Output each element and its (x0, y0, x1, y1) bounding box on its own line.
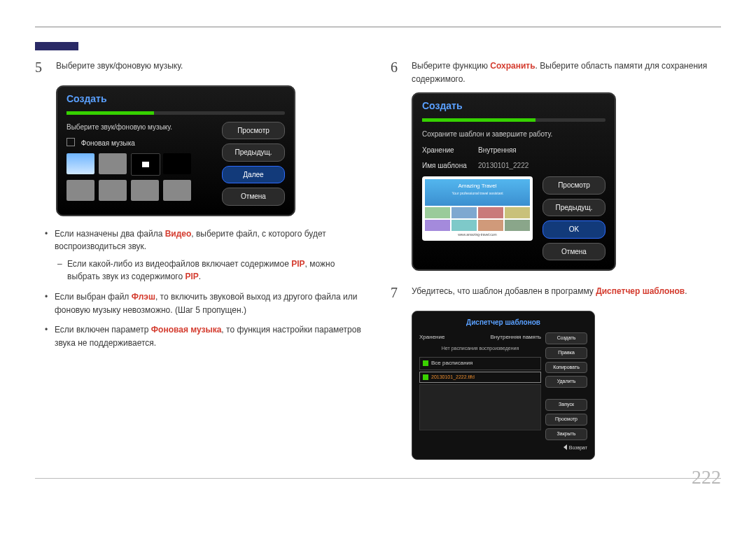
bullet-1-sub: Если какой-либо из видеофайлов включает … (55, 258, 365, 283)
panel5-title: Создать (57, 86, 295, 110)
tm-storage-label: Хранение (419, 333, 444, 342)
bullet-1a: Если какой-либо из видеофайлов включает … (67, 258, 365, 283)
panel-step6: Создать Сохраните шаблон и завершите раб… (412, 92, 616, 271)
template-name-value: 20130101_2222 (478, 160, 606, 171)
panel6-subtext: Сохраните шаблон и завершите работу. (422, 129, 606, 140)
col-right: 6 Выберите функцию Сохранить. Выберите о… (391, 57, 721, 460)
hl-bgm: Фоновая музыка (151, 325, 222, 335)
thumb[interactable] (66, 153, 94, 174)
tile (478, 220, 503, 231)
preview-brand: Amazing Travel (458, 183, 496, 189)
preview-url: www.amazing-travel.com (425, 232, 530, 238)
panel5-thumbs (66, 153, 214, 201)
preview-tagline: Your professional travel assistant (425, 191, 530, 197)
bgm-label: Фоновая музыка (81, 139, 135, 147)
t: Выберите функцию (412, 61, 490, 71)
hl-save: Сохранить (490, 61, 535, 71)
cancel-button[interactable]: Отмена (222, 188, 285, 206)
bullet-2: Если выбран файл Флэш, то включить звуко… (55, 290, 365, 316)
tm-all-schedules[interactable]: Все расписания (419, 357, 541, 370)
tm-create-button[interactable]: Создать (545, 332, 587, 344)
thumb[interactable] (163, 153, 191, 174)
tile (451, 207, 477, 218)
preview-card: Amazing Travel Your professional travel … (422, 176, 533, 241)
bgm-checkbox[interactable] (66, 138, 75, 146)
panel6-title: Создать (412, 93, 615, 117)
tile (478, 207, 503, 218)
header-accent (35, 42, 78, 50)
tile (425, 220, 450, 231)
step-5-text: Выберите звук/фоновую музыку. (56, 57, 365, 73)
col-left: 5 Выберите звук/фоновую музыку. Создать … (35, 57, 365, 460)
tm-edit-button[interactable]: Правка (545, 347, 587, 359)
t: Если назначены два файла (55, 229, 165, 239)
tm-storage-row: Хранение Внутренняя память (419, 332, 541, 342)
tm-preview-button[interactable]: Просмотр (545, 414, 587, 426)
panel5-progress (66, 111, 285, 115)
bullet-1: Если назначены два файла Видео, выберите… (55, 227, 365, 283)
tm-delete-button[interactable]: Удалить (545, 376, 587, 388)
thumb-selected[interactable] (131, 153, 160, 176)
hl-template-manager: Диспетчер шаблонов (596, 286, 685, 296)
tm-run-button[interactable]: Запуск (545, 399, 587, 411)
panel5-subtext: Выберите звук/фоновую музыку. (66, 122, 214, 133)
bgm-row: Фоновая музыка (66, 138, 214, 149)
thumb[interactable] (131, 180, 159, 201)
spacer (545, 391, 587, 396)
step-5-number: 5 (35, 57, 46, 78)
thumb[interactable] (66, 180, 94, 201)
rule-bottom (35, 478, 721, 479)
thumb[interactable] (99, 180, 127, 201)
tm-copy-button[interactable]: Копировать (545, 362, 587, 374)
return-icon (564, 444, 567, 450)
panel-template-manager: Диспетчер шаблонов Хранение Внутренняя п… (412, 311, 595, 459)
panel6-fields: Хранение Внутренняя Имя шаблона 20130101… (422, 145, 606, 171)
prev-button[interactable]: Предыдущ. (222, 143, 285, 162)
step-7: 7 Убедитесь, что шаблон добавлен в прогр… (391, 282, 721, 304)
panel5-body: Выберите звук/фоновую музыку. Фоновая му… (57, 115, 295, 216)
check-icon (423, 360, 428, 366)
panel6-progress (422, 118, 606, 122)
panel6-left: Amazing Travel Your professional travel … (422, 176, 534, 260)
panel6-progress-fill (422, 118, 536, 122)
tm-all-label: Все расписания (431, 359, 472, 367)
thumb[interactable] (99, 153, 127, 174)
cancel-button[interactable]: Отмена (542, 243, 606, 261)
tm-file-row[interactable]: 20130101_2222.tlfd (419, 372, 541, 384)
preview-tiles (425, 207, 530, 231)
preview-button[interactable]: Просмотр (222, 122, 285, 140)
next-button[interactable]: Далее (222, 166, 285, 184)
ok-button[interactable]: OK (542, 220, 606, 239)
page-number: 222 (692, 466, 721, 489)
tile (505, 207, 530, 218)
t: Если выбран файл (55, 292, 132, 302)
step-6: 6 Выберите функцию Сохранить. Выберите о… (391, 57, 721, 85)
step-6-number: 6 (391, 57, 402, 78)
preview-banner: Amazing Travel Your professional travel … (425, 179, 530, 206)
step-6-text: Выберите функцию Сохранить. Выберите обл… (412, 57, 721, 85)
step5-bullets: Если назначены два файла Видео, выберите… (35, 227, 365, 350)
rule-top (35, 27, 721, 27)
panel6-body: Amazing Travel Your professional travel … (412, 176, 615, 270)
t: Если какой-либо из видеофайлов включает … (67, 259, 291, 269)
t: Если включен параметр (55, 325, 151, 335)
tile (505, 220, 530, 231)
thumb[interactable] (163, 180, 191, 201)
tile (451, 220, 477, 231)
tm-close-button[interactable]: Закрыть (545, 428, 587, 440)
tm-no-schedule: Нет расписания воспроизведения (419, 345, 541, 353)
hl-pip2: PIP (185, 272, 198, 281)
tm-return[interactable]: Возврат (419, 444, 587, 452)
step-7-number: 7 (391, 282, 402, 304)
bullet-3: Если включен параметр Фоновая музыка, то… (55, 323, 365, 349)
hl-flash: Флэш (132, 292, 155, 302)
storage-value: Внутренняя (478, 145, 606, 156)
prev-button[interactable]: Предыдущ. (542, 199, 606, 217)
preview-button[interactable]: Просмотр (542, 176, 606, 195)
t: . (685, 286, 687, 296)
check-icon (423, 374, 428, 380)
template-name-label: Имя шаблона (422, 160, 478, 171)
page: 5 Выберите звук/фоновую музыку. Создать … (0, 0, 756, 493)
t: Убедитесь, что шаблон добавлен в програм… (412, 286, 596, 296)
panel5-progress-fill (66, 111, 154, 115)
